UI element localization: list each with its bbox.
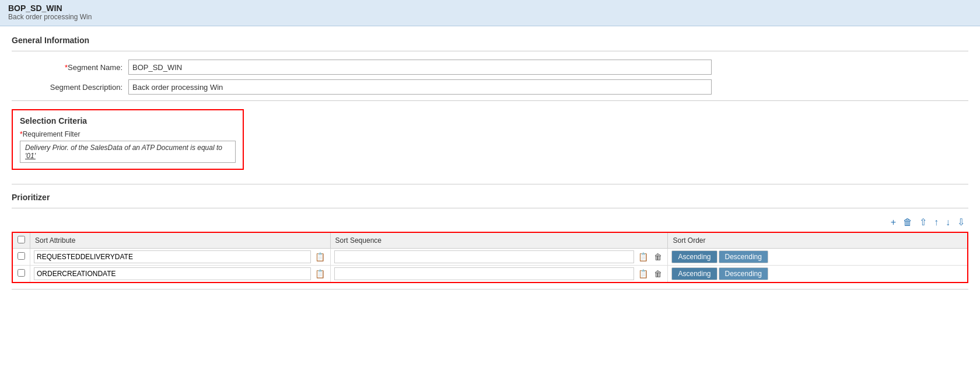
delete-button[interactable]: 🗑 [901, 217, 915, 228]
sort-sequence-cell-0: 📋 🗑 [330, 249, 668, 266]
row-checkbox-0[interactable] [18, 252, 25, 260]
divider-bottom [12, 289, 968, 290]
header-title: BOP_SD_WIN [8, 4, 972, 13]
descending-btn-0[interactable]: Descending [719, 250, 768, 263]
divider-prioritizer [12, 208, 968, 208]
sort-sequence-input-1[interactable] [334, 267, 635, 280]
prioritizer-table: Sort Attribute Sort Sequence Sort Order … [12, 232, 968, 283]
filter-display: Delivery Prior. of the SalesData of an A… [20, 141, 236, 163]
seq-cell-inner-1: 📋 🗑 [334, 267, 664, 280]
seq-delete-btn-1[interactable]: 🗑 [652, 269, 664, 278]
sort-order-cell-0: Ascending Descending [668, 249, 968, 266]
ascending-btn-0[interactable]: Ascending [671, 250, 717, 263]
ascending-btn-1[interactable]: Ascending [671, 267, 717, 280]
segment-name-label: *Segment Name: [12, 63, 128, 72]
page-content: General Information *Segment Name: Segme… [0, 26, 980, 362]
divider-general [12, 51, 968, 51]
general-information-title: General Information [12, 36, 968, 45]
move-up-button[interactable]: ↑ [932, 217, 941, 228]
header-sort-attribute: Sort Attribute [30, 232, 331, 249]
table-row: 📋 📋 🗑 Ascending Descending [12, 249, 968, 266]
header-sort-order: Sort Order [668, 232, 968, 249]
segment-name-row: *Segment Name: [12, 60, 968, 75]
sort-attribute-cell-0: 📋 [30, 249, 331, 266]
row-checkbox-cell-1 [12, 266, 30, 283]
segment-description-row: Segment Description: [12, 79, 968, 95]
order-btn-group-1: Ascending Descending [671, 267, 964, 280]
prioritizer-title: Prioritizer [12, 193, 968, 202]
segment-name-input[interactable] [128, 60, 712, 75]
req-filter-label: *Requirement Filter [20, 130, 236, 138]
sort-attribute-input-0[interactable] [34, 250, 311, 263]
sort-attribute-input-1[interactable] [34, 267, 311, 280]
table-header-row: Sort Attribute Sort Sequence Sort Order [12, 232, 968, 249]
descending-btn-1[interactable]: Descending [719, 267, 768, 280]
table-row: 📋 📋 🗑 Ascending Descending [12, 266, 968, 283]
header-subtitle: Back order processing Win [8, 13, 972, 21]
sort-sequence-cell-1: 📋 🗑 [330, 266, 668, 283]
general-information-section: General Information *Segment Name: Segme… [12, 36, 968, 95]
add-button[interactable]: + [888, 217, 898, 228]
sort-attribute-cell-1: 📋 [30, 266, 331, 283]
seq-cell-inner-0: 📋 🗑 [334, 250, 664, 263]
filter-text-before: Delivery Prior. of the SalesData of an A… [25, 144, 188, 152]
attr-cell-inner-0: 📋 [34, 250, 327, 263]
seq-copy-btn-0[interactable]: 📋 [636, 252, 650, 262]
filter-text-middle: is equal to [188, 144, 222, 152]
seq-copy-btn-1[interactable]: 📋 [636, 269, 650, 278]
sort-sequence-input-0[interactable] [334, 250, 635, 263]
segment-description-input[interactable] [128, 79, 712, 95]
sort-order-cell-1: Ascending Descending [668, 266, 968, 283]
header-sort-sequence: Sort Sequence [330, 232, 668, 249]
selection-criteria-title: Selection Criteria [20, 116, 236, 125]
divider-after-selection [12, 184, 968, 184]
attr-copy-btn-1[interactable]: 📋 [313, 269, 327, 278]
move-top-button[interactable]: ⇧ [917, 217, 929, 228]
prioritizer-toolbar: + 🗑 ⇧ ↑ ↓ ⇩ [12, 217, 968, 228]
attr-cell-inner-1: 📋 [34, 267, 327, 280]
header-bar: BOP_SD_WIN Back order processing Win [0, 0, 980, 26]
header-checkbox-col [12, 232, 30, 249]
seq-delete-btn-0[interactable]: 🗑 [652, 252, 664, 262]
row-checkbox-cell-0 [12, 249, 30, 266]
move-down-button[interactable]: ↓ [943, 217, 953, 228]
move-bottom-button[interactable]: ⇩ [955, 217, 967, 228]
divider-after-general [12, 100, 968, 101]
order-btn-group-0: Ascending Descending [671, 250, 964, 263]
cursor-area: ​ [12, 298, 968, 353]
prioritizer-section: Prioritizer + 🗑 ⇧ ↑ ↓ ⇩ Sort Attribute S… [12, 193, 968, 283]
segment-description-label: Segment Description: [12, 83, 128, 92]
selection-criteria-box: Selection Criteria *Requirement Filter D… [12, 109, 244, 170]
filter-text-value: '01' [25, 152, 36, 160]
header-checkbox[interactable] [18, 236, 25, 243]
row-checkbox-1[interactable] [18, 269, 25, 277]
attr-copy-btn-0[interactable]: 📋 [313, 252, 327, 262]
